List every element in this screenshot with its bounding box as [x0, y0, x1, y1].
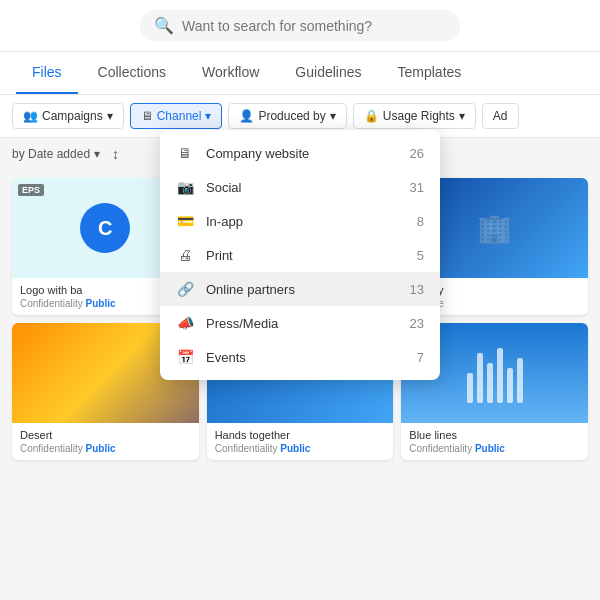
monitor-icon: 🖥: [176, 145, 194, 161]
usage-label: Usage Rights: [383, 109, 455, 123]
sort-order-icon[interactable]: ↕: [112, 146, 119, 162]
usage-chevron: ▾: [459, 109, 465, 123]
dropdown-item-count: 5: [417, 248, 424, 263]
megaphone-icon: 📣: [176, 315, 194, 331]
sort-chevron: ▾: [94, 147, 100, 161]
produced-label: Produced by: [258, 109, 325, 123]
produced-chevron: ▾: [330, 109, 336, 123]
card-info: Desert Confidentiality Public: [12, 423, 199, 460]
dropdown-item-label: Print: [206, 248, 405, 263]
campaigns-icon: 👥: [23, 109, 38, 123]
nav-tabs: Files Collections Workflow Guidelines Te…: [0, 52, 600, 95]
dropdown-item-online-partners[interactable]: 🔗 Online partners 13: [160, 272, 440, 306]
search-icon: 🔍: [154, 16, 174, 35]
dropdown-item-social[interactable]: 📷 Social 31: [160, 170, 440, 204]
card-icon-overlay: 🏢: [477, 212, 512, 245]
dropdown-item-label: Company website: [206, 146, 398, 161]
dropdown-item-count: 31: [410, 180, 424, 195]
dropdown-item-count: 13: [410, 282, 424, 297]
tab-workflow[interactable]: Workflow: [186, 52, 275, 94]
dropdown-item-label: Events: [206, 350, 405, 365]
card-title: Hands together: [215, 429, 386, 441]
tab-collections[interactable]: Collections: [82, 52, 182, 94]
channel-chevron: ▾: [205, 109, 211, 123]
tab-files[interactable]: Files: [16, 52, 78, 94]
search-wrapper: 🔍: [140, 10, 460, 41]
channel-label: Channel: [157, 109, 202, 123]
card-meta: Confidentiality Public: [409, 443, 580, 454]
dropdown-item-events[interactable]: 📅 Events 7: [160, 340, 440, 374]
inapp-icon: 💳: [176, 213, 194, 229]
campaigns-filter[interactable]: 👥 Campaigns ▾: [12, 103, 124, 129]
dropdown-item-inapp[interactable]: 💳 In-app 8: [160, 204, 440, 238]
channel-icon: 🖥: [141, 109, 153, 123]
tab-guidelines[interactable]: Guidelines: [279, 52, 377, 94]
card-meta: Confidentiality Public: [20, 443, 191, 454]
dropdown-item-count: 23: [410, 316, 424, 331]
campaigns-label: Campaigns: [42, 109, 103, 123]
link-icon: 🔗: [176, 281, 194, 297]
dropdown-item-count: 26: [410, 146, 424, 161]
lines-visual: [467, 343, 523, 403]
social-icon: 📷: [176, 179, 194, 195]
calendar-icon: 📅: [176, 349, 194, 365]
print-icon: 🖨: [176, 247, 194, 263]
search-bar: 🔍: [0, 0, 600, 52]
add-label: Ad: [493, 109, 508, 123]
card-info: Hands together Confidentiality Public: [207, 423, 394, 460]
card-info: Blue lines Confidentiality Public: [401, 423, 588, 460]
tab-templates[interactable]: Templates: [382, 52, 478, 94]
dropdown-item-press-media[interactable]: 📣 Press/Media 23: [160, 306, 440, 340]
search-input[interactable]: [182, 18, 446, 34]
campaigns-chevron: ▾: [107, 109, 113, 123]
dropdown-item-print[interactable]: 🖨 Print 5: [160, 238, 440, 272]
usage-rights-filter[interactable]: 🔒 Usage Rights ▾: [353, 103, 476, 129]
card-title: Blue lines: [409, 429, 580, 441]
add-filter[interactable]: Ad: [482, 103, 519, 129]
dropdown-item-label: Social: [206, 180, 398, 195]
eps-badge: EPS: [18, 184, 44, 196]
sort-label: by Date added: [12, 147, 90, 161]
produced-icon: 👤: [239, 109, 254, 123]
produced-by-filter[interactable]: 👤 Produced by ▾: [228, 103, 346, 129]
dropdown-item-label: Online partners: [206, 282, 398, 297]
channel-filter[interactable]: 🖥 Channel ▾: [130, 103, 223, 129]
channel-dropdown: 🖥 Company website 26 📷 Social 31 💳 In-ap…: [160, 130, 440, 380]
dropdown-item-count: 7: [417, 350, 424, 365]
dropdown-item-company-website[interactable]: 🖥 Company website 26: [160, 136, 440, 170]
card-title: Desert: [20, 429, 191, 441]
usage-icon: 🔒: [364, 109, 379, 123]
card-meta: Confidentiality Public: [215, 443, 386, 454]
dropdown-item-label: Press/Media: [206, 316, 398, 331]
logo-circle-icon: C: [80, 203, 130, 253]
dropdown-item-count: 8: [417, 214, 424, 229]
sort-dropdown[interactable]: by Date added ▾: [12, 147, 100, 161]
dropdown-item-label: In-app: [206, 214, 405, 229]
